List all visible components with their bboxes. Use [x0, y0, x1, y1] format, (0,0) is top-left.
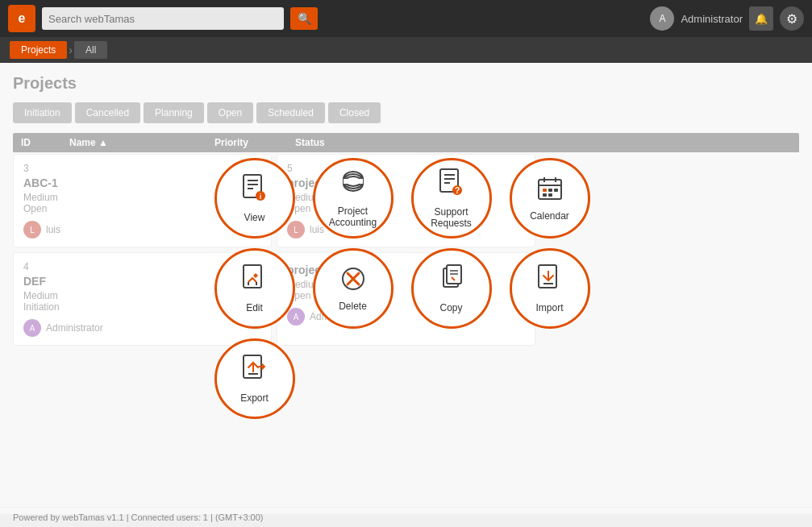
view-icon: i	[242, 174, 268, 207]
support-icon: ?	[439, 168, 464, 201]
breadcrumb-all[interactable]: All	[74, 41, 107, 59]
ctx-delete-button[interactable]: Delete	[313, 248, 394, 329]
svg-text:?: ?	[454, 185, 460, 195]
svg-rect-20	[543, 189, 547, 192]
ctx-accounting-label: Project Accounting	[315, 205, 391, 228]
breadcrumb: Projects › All	[0, 37, 812, 63]
edit-icon	[242, 264, 268, 297]
context-menu: i View Project Accounting	[198, 142, 614, 435]
header: e 🔍 A Administrator 🔔 ⚙	[0, 0, 812, 37]
ctx-import-button[interactable]: Import	[510, 248, 590, 329]
ctx-copy-label: Copy	[439, 302, 462, 313]
ctx-import-label: Import	[535, 302, 563, 313]
ctx-delete-label: Delete	[339, 301, 367, 312]
ctx-support-label: Support Requests	[414, 206, 489, 229]
ctx-export-label: Export	[240, 392, 269, 404]
svg-rect-21	[548, 189, 552, 192]
logo[interactable]: e	[8, 5, 35, 32]
user-area: A Administrator 🔔 ⚙	[650, 6, 804, 31]
svg-rect-23	[543, 193, 547, 197]
ctx-copy-button[interactable]: Copy	[411, 248, 492, 329]
breadcrumb-arrow: ›	[69, 44, 73, 56]
import-icon	[537, 264, 563, 297]
copy-icon	[439, 264, 464, 297]
svg-rect-9	[344, 179, 363, 184]
calendar-icon	[537, 176, 563, 205]
ctx-edit-label: Edit	[246, 302, 263, 313]
svg-rect-22	[554, 189, 558, 192]
user-name: Administrator	[681, 13, 743, 25]
main-content: Projects Initiation Cancelled Planning O…	[0, 63, 812, 514]
accounting-icon	[339, 169, 367, 201]
settings-button[interactable]: ⚙	[780, 6, 804, 31]
ctx-view-button[interactable]: i View	[214, 158, 295, 239]
ctx-view-label: View	[244, 212, 265, 223]
svg-text:i: i	[259, 193, 261, 201]
overlay: i View Project Accounting	[0, 63, 812, 514]
notification-button[interactable]: 🔔	[749, 6, 773, 31]
ctx-export-button[interactable]: Export	[214, 338, 295, 419]
avatar: A	[650, 6, 674, 31]
svg-rect-24	[548, 193, 552, 197]
ctx-calendar-button[interactable]: Calendar	[510, 158, 590, 239]
export-icon	[242, 355, 268, 388]
ctx-calendar-label: Calendar	[530, 210, 569, 222]
delete-icon	[340, 266, 366, 296]
ctx-accounting-button[interactable]: Project Accounting	[313, 158, 394, 239]
svg-rect-25	[244, 265, 261, 288]
ctx-edit-button[interactable]: Edit	[214, 248, 295, 329]
search-button[interactable]: 🔍	[290, 7, 318, 30]
search-input[interactable]	[42, 7, 284, 30]
ctx-support-button[interactable]: ? Support Requests	[411, 158, 492, 239]
breadcrumb-projects[interactable]: Projects	[10, 41, 67, 59]
